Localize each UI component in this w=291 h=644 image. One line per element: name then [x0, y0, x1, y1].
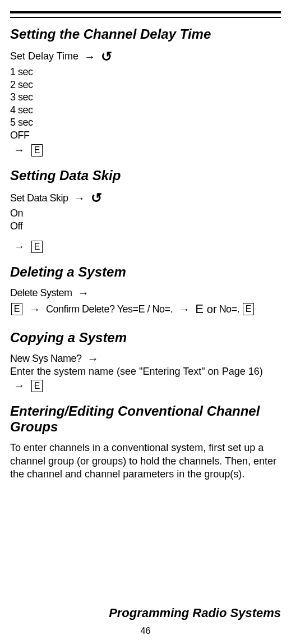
- arrow-icon: →: [74, 192, 85, 205]
- heading-deleting: Deleting a System: [10, 264, 281, 280]
- top-rule-thick: [10, 11, 281, 13]
- arrow-icon: →: [29, 303, 40, 316]
- arrow-icon: →: [13, 240, 25, 253]
- e-char: E: [195, 302, 205, 316]
- section-channel-delay: Setting the Channel Delay Time Set Delay…: [10, 26, 281, 157]
- line-arrow-e-2: → E: [10, 240, 281, 253]
- heading-data-skip: Setting Data Skip: [10, 168, 281, 183]
- option-2sec: 2 sec: [10, 79, 281, 91]
- heading-channel-delay: Setting the Channel Delay Time: [10, 26, 281, 42]
- heading-copying: Copying a System: [10, 330, 281, 346]
- option-4sec: 4 sec: [10, 104, 281, 117]
- e-key-icon: E: [31, 241, 43, 253]
- e-key-icon: E: [31, 144, 43, 157]
- heading-entering: Entering/Editing Conventional Channel Gr…: [10, 403, 281, 435]
- option-1sec: 1 sec: [10, 66, 281, 79]
- skip-options: On Off: [10, 207, 281, 232]
- option-on: On: [10, 207, 281, 220]
- e-key-icon: E: [11, 303, 22, 315]
- arrow-icon: →: [87, 352, 99, 365]
- no-text: No=.: [219, 303, 240, 315]
- line-set-delay: Set Delay Time → ↺: [10, 49, 281, 65]
- arrow-icon: →: [178, 303, 190, 316]
- confirm-text: Confirm Delete? Yes=E / No=.: [46, 303, 173, 315]
- arrow-icon: →: [78, 287, 89, 300]
- label-delete-system: Delete System: [10, 287, 72, 299]
- delay-options: 1 sec 2 sec 3 sec 4 sec 5 sec OFF: [10, 66, 281, 141]
- option-off2: Off: [10, 220, 281, 233]
- option-off: OFF: [10, 129, 281, 142]
- rotate-icon: ↺: [101, 49, 112, 65]
- line-confirm-delete: E → Confirm Delete? Yes=E / No=. → E or …: [10, 302, 281, 316]
- top-rule-thin: [10, 17, 281, 18]
- arrow-icon: →: [13, 379, 25, 392]
- copy-instruction: Enter the system name (see "Entering Tex…: [10, 365, 281, 378]
- line-delete-system: Delete System →: [10, 287, 281, 300]
- entering-body: To enter channels in a conventional syst…: [10, 441, 281, 481]
- label-data-skip: Set Data Skip: [10, 192, 68, 204]
- footer-title: Programming Radio Systems: [109, 606, 281, 620]
- label-new-sys: New Sys Name?: [10, 353, 82, 365]
- or-text: or: [207, 303, 217, 316]
- section-entering: Entering/Editing Conventional Channel Gr…: [10, 403, 281, 481]
- section-copying: Copying a System New Sys Name? → Enter t…: [10, 330, 281, 392]
- e-key-icon: E: [31, 380, 43, 392]
- option-5sec: 5 sec: [10, 116, 281, 129]
- line-data-skip: Set Data Skip → ↺: [10, 190, 281, 206]
- arrow-icon: →: [13, 144, 25, 157]
- line-arrow-e: → E: [10, 144, 281, 157]
- section-deleting: Deleting a System Delete System → E → Co…: [10, 264, 281, 316]
- option-3sec: 3 sec: [10, 91, 281, 104]
- line-new-sys: New Sys Name? →: [10, 352, 281, 365]
- label-set-delay: Set Delay Time: [10, 50, 78, 63]
- page-number: 46: [141, 626, 151, 636]
- e-key-icon: E: [243, 303, 254, 315]
- arrow-icon: →: [84, 50, 95, 63]
- section-data-skip: Setting Data Skip Set Data Skip → ↺ On O…: [10, 168, 281, 253]
- rotate-icon: ↺: [91, 190, 102, 206]
- line-arrow-e-3: → E: [10, 379, 281, 392]
